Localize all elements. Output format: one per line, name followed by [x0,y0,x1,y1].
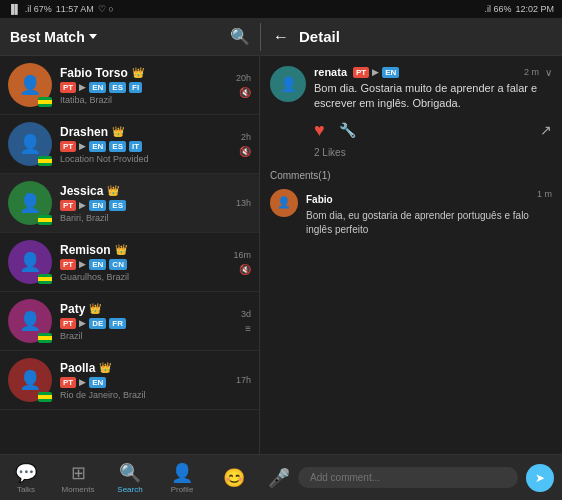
nav-item-search[interactable]: 🔍 Search [104,458,156,498]
match-time: 17h [236,375,251,385]
status-bar-right: .il 66% 12:02 PM [484,4,554,14]
status-time: 11:57 AM [56,4,94,14]
match-time: 3d [241,309,251,319]
crown-icon: 👑 [89,303,101,314]
talks-label: Talks [17,485,35,494]
message-text: Bom dia. Gostaria muito de aprender a fa… [314,81,552,112]
nav-item-emoji[interactable]: 😊 [208,458,260,498]
crown-icon: 👑 [112,126,124,137]
network-type: .il 67% [25,4,52,14]
match-meta: 16m 🔇 [233,250,251,275]
send-icon: ➤ [535,471,545,485]
share-button[interactable]: ↗ [540,122,552,138]
flag-badge [38,97,52,107]
learning-lang-tag: EN [89,82,106,93]
learning-lang-tag: EN [89,377,106,388]
learning-lang-tag: IT [129,141,142,152]
lang-row: PT ▶ EN ES [60,200,232,211]
location-text: Itatiba, Brazil [60,95,232,105]
detail-panel: 👤 renata PT ▶ EN 2 m ∨ Bom dia. Gostaria… [260,56,562,454]
like-button[interactable]: ♥ [314,120,325,141]
learning-lang-tag: FR [109,318,126,329]
match-name: Drashen [60,125,108,139]
avatar: 👤 [8,122,52,166]
learning-lang-tag: ES [109,200,126,211]
comment-author: Fabio [306,194,333,205]
native-lang-tag: PT [60,318,76,329]
location-text: Rio de Janeiro, Brazil [60,390,232,400]
message-body: renata PT ▶ EN 2 m ∨ Bom dia. Gostaria m… [314,66,552,158]
battery-right: .il 66% [484,4,511,14]
list-item[interactable]: 👤 Remison 👑 PT ▶ EN CN Guarulhos, Brazil… [0,233,259,292]
native-lang-tag: PT [60,141,76,152]
best-match-button[interactable]: Best Match [10,29,97,45]
nav-item-talks[interactable]: 💬 Talks [0,458,52,498]
wrench-button[interactable]: 🔧 [339,122,356,138]
comments-section: Comments(1) 👤 Fabio 1 m Bom dia, eu gost… [270,170,552,237]
lang-row: PT ▶ EN [60,377,232,388]
learning-lang-tag: EN [89,141,106,152]
back-button[interactable]: ← [273,28,289,46]
signal-icon: ▐▌ [8,4,21,14]
avatar: 👤 [8,240,52,284]
match-name: Paolla [60,361,95,375]
moments-icon: ⊞ [71,462,86,484]
match-info: Paty 👑 PT ▶ DE FR Brazil [60,302,237,341]
avatar: 👤 [8,63,52,107]
comment-time: 1 m [537,189,552,199]
match-time: 2h [241,132,251,142]
top-nav-right: ← Detail [261,28,562,46]
emoji-icon: 😊 [223,467,245,489]
learning-lang-tag: CN [109,259,127,270]
main-content: 👤 Fabio Torso 👑 PT ▶ EN ES FI Itatiba, B… [0,56,562,454]
talks-icon: 💬 [15,462,37,484]
message-sender-name: renata [314,66,347,78]
flag-badge [38,215,52,225]
status-icons: ♡ ○ [98,4,114,14]
send-button[interactable]: ➤ [526,464,554,492]
nav-item-profile[interactable]: 👤 Profile [156,458,208,498]
match-time: 20h [236,73,251,83]
lang-row: PT ▶ EN CN [60,259,229,270]
match-name-row: Remison 👑 [60,243,229,257]
mute-icon: 🔇 [239,264,251,275]
expand-icon[interactable]: ∨ [545,67,552,78]
native-lang-tag: PT [60,259,76,270]
moments-label: Moments [62,485,95,494]
list-item[interactable]: 👤 Drashen 👑 PT ▶ EN ES IT Location Not P… [0,115,259,174]
location-text: Location Not Provided [60,154,235,164]
native-lang-tag: PT [60,82,76,93]
time-right: 12:02 PM [515,4,554,14]
list-item[interactable]: 👤 Jessica 👑 PT ▶ EN ES Bariri, Brazil 13… [0,174,259,233]
sender-learning-lang: EN [382,67,399,78]
crown-icon: 👑 [107,185,119,196]
bottom-nav-left: 💬 Talks ⊞ Moments 🔍 Search 👤 Profile 😊 [0,458,260,498]
search-icon[interactable]: 🔍 [230,27,250,46]
comment-input[interactable] [298,467,518,488]
best-match-label: Best Match [10,29,85,45]
match-name-row: Paty 👑 [60,302,237,316]
match-info: Remison 👑 PT ▶ EN CN Guarulhos, Brazil [60,243,229,282]
mic-icon[interactable]: 🎤 [268,467,290,489]
native-lang-tag: PT [60,200,76,211]
message-time: 2 m [524,67,539,77]
message-actions: ♥ 🔧 ↗ [314,120,552,141]
lang-arrow-icon: ▶ [79,377,86,387]
learning-lang-tag: EN [89,259,106,270]
detail-content: 👤 renata PT ▶ EN 2 m ∨ Bom dia. Gostaria… [260,56,562,454]
match-name-row: Jessica 👑 [60,184,232,198]
list-item[interactable]: 👤 Paty 👑 PT ▶ DE FR Brazil 3d ≡ [0,292,259,351]
match-name-row: Drashen 👑 [60,125,235,139]
learning-lang-tag: FI [129,82,142,93]
match-meta: 2h 🔇 [239,132,251,157]
nav-item-moments[interactable]: ⊞ Moments [52,458,104,498]
match-name: Paty [60,302,85,316]
list-item[interactable]: 👤 Paolla 👑 PT ▶ EN Rio de Janeiro, Brazi… [0,351,259,410]
avatar: 👤 [8,358,52,402]
list-item[interactable]: 👤 Fabio Torso 👑 PT ▶ EN ES FI Itatiba, B… [0,56,259,115]
location-text: Bariri, Brazil [60,213,232,223]
comment-avatar: 👤 [270,189,298,217]
lang-arrow-icon: ▶ [79,200,86,210]
comments-label: Comments(1) [270,170,552,181]
match-name-row: Fabio Torso 👑 [60,66,232,80]
